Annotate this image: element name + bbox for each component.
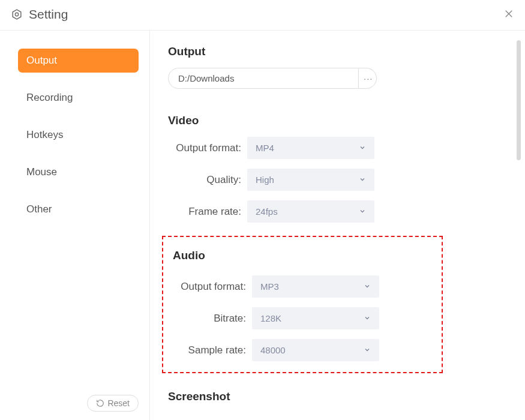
sidebar: Output Recording Hotkeys Mouse Other Res… xyxy=(0,31,150,420)
output-path-browse-button[interactable]: ··· xyxy=(359,68,377,89)
audio-output-format-value: MP3 xyxy=(260,281,279,292)
audio-sample-rate-select[interactable]: 48000 xyxy=(252,339,379,361)
video-frame-rate-value: 24fps xyxy=(256,206,278,217)
content-pane: Output D:/Downloads ··· Video Output for… xyxy=(150,31,525,420)
audio-highlight-box: Audio Output format: MP3 Bitrate: 128K xyxy=(162,236,443,373)
chevron-down-icon xyxy=(359,175,366,185)
video-output-format-label: Output format: xyxy=(168,142,247,154)
audio-bitrate-select[interactable]: 128K xyxy=(252,307,379,329)
audio-output-format-select[interactable]: MP3 xyxy=(252,275,379,298)
video-quality-row: Quality: High xyxy=(168,169,507,191)
video-quality-label: Quality: xyxy=(168,174,247,186)
audio-sample-rate-value: 48000 xyxy=(260,345,286,355)
audio-sample-rate-row: Sample rate: 48000 xyxy=(173,339,432,361)
reset-button[interactable]: Reset xyxy=(87,395,139,412)
audio-output-format-row: Output format: MP3 xyxy=(173,275,432,298)
section-title-screenshot: Screenshot xyxy=(168,390,507,403)
chevron-down-icon xyxy=(364,313,371,323)
video-frame-rate-row: Frame rate: 24fps xyxy=(168,200,507,223)
sidebar-item-other[interactable]: Other xyxy=(18,197,139,221)
close-icon xyxy=(503,8,514,19)
svg-point-1 xyxy=(15,13,18,16)
reset-icon xyxy=(96,399,104,407)
sidebar-item-hotkeys[interactable]: Hotkeys xyxy=(18,123,139,147)
chevron-down-icon xyxy=(359,206,366,217)
video-frame-rate-select[interactable]: 24fps xyxy=(247,200,374,223)
video-quality-select[interactable]: High xyxy=(247,169,374,191)
reset-label: Reset xyxy=(107,398,130,408)
content-scroll: Output D:/Downloads ··· Video Output for… xyxy=(150,31,525,420)
video-output-format-row: Output format: MP4 xyxy=(168,137,507,159)
sidebar-item-output[interactable]: Output xyxy=(18,49,139,73)
video-frame-rate-label: Frame rate: xyxy=(168,206,247,218)
audio-bitrate-row: Bitrate: 128K xyxy=(173,307,432,329)
output-path-row: D:/Downloads ··· xyxy=(168,68,507,89)
close-button[interactable] xyxy=(503,8,514,22)
gear-icon xyxy=(11,8,23,20)
sidebar-item-mouse[interactable]: Mouse xyxy=(18,160,139,184)
video-output-format-select[interactable]: MP4 xyxy=(247,137,374,159)
scrollbar-thumb[interactable] xyxy=(517,40,521,160)
audio-sample-rate-label: Sample rate: xyxy=(173,344,252,356)
sidebar-item-recording[interactable]: Recording xyxy=(18,86,139,110)
audio-bitrate-label: Bitrate: xyxy=(173,313,252,325)
section-title-audio: Audio xyxy=(173,249,432,262)
video-output-format-value: MP4 xyxy=(256,143,274,153)
section-title-video: Video xyxy=(168,114,507,127)
video-quality-value: High xyxy=(256,175,274,185)
window-header: Setting xyxy=(0,0,525,31)
audio-output-format-label: Output format: xyxy=(173,281,252,293)
output-path-input[interactable]: D:/Downloads xyxy=(168,68,359,89)
window-body: Output Recording Hotkeys Mouse Other Res… xyxy=(0,31,525,420)
chevron-down-icon xyxy=(364,281,371,292)
chevron-down-icon xyxy=(359,143,366,153)
svg-marker-0 xyxy=(13,10,21,19)
section-title-output: Output xyxy=(168,45,507,58)
audio-bitrate-value: 128K xyxy=(260,313,281,323)
page-title: Setting xyxy=(29,7,68,22)
chevron-down-icon xyxy=(364,345,371,355)
